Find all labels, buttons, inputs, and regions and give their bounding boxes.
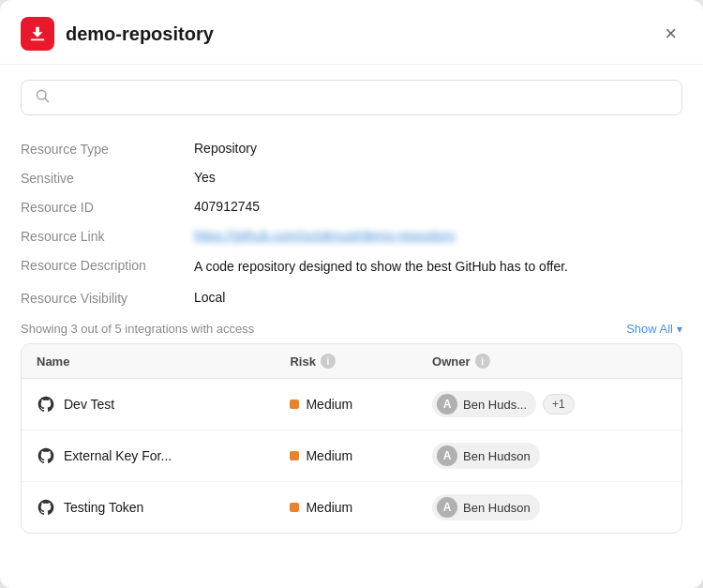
row1-owner-cell: A Ben Huds... +1: [417, 379, 681, 430]
modal-header: demo-repository ×: [0, 0, 703, 65]
row3-risk-cell: Medium: [275, 482, 417, 534]
header-left: demo-repository: [21, 17, 214, 51]
row1-risk-text: Medium: [306, 397, 352, 412]
row1-name: Dev Test: [37, 395, 260, 414]
row2-risk-text: Medium: [306, 448, 352, 463]
search-input-wrap: [21, 80, 682, 115]
show-all-label: Show All: [626, 322, 673, 336]
risk-dot-icon: [290, 503, 299, 512]
label-resource-id: Resource ID: [21, 199, 194, 215]
row3-owner-name: Ben Hudson: [463, 501, 531, 515]
row3-risk: Medium: [290, 500, 402, 515]
row3-risk-text: Medium: [306, 500, 352, 515]
label-resource-desc: Resource Description: [21, 257, 194, 273]
search-input[interactable]: [59, 90, 668, 106]
row3-avatar-chip: A Ben Hudson: [432, 494, 540, 520]
detail-row-sensitive: Sensitive Yes: [21, 163, 682, 192]
row3-name-cell: Testing Token: [22, 482, 275, 534]
value-sensitive: Yes: [194, 170, 682, 185]
row3-name: Testing Token: [37, 498, 260, 517]
svg-rect-0: [31, 39, 45, 41]
github-icon: [37, 395, 55, 414]
row2-name: External Key For...: [37, 446, 260, 465]
row1-owner-name: Ben Huds...: [463, 398, 527, 412]
integrations-count: Showing 3 out of 5 integrations with acc…: [21, 322, 254, 336]
row2-name-cell: External Key For...: [22, 430, 275, 482]
row1-risk-cell: Medium: [275, 379, 417, 430]
owner-info-icon[interactable]: i: [475, 354, 490, 369]
label-resource-link: Resource Link: [21, 228, 194, 244]
show-all-button[interactable]: Show All ▾: [626, 322, 682, 336]
integrations-table-wrap: Name Risk i Owner i: [21, 343, 682, 534]
github-icon: [37, 446, 55, 465]
row2-owner: A Ben Hudson: [432, 443, 666, 469]
col-header-name: Name: [22, 344, 275, 379]
integrations-header: Showing 3 out of 5 integrations with acc…: [0, 312, 703, 343]
row2-avatar: A: [437, 445, 457, 466]
value-resource-link[interactable]: https://github.com/octoknust/demo-reposi…: [194, 228, 682, 243]
row2-name-text: External Key For...: [64, 448, 172, 463]
github-icon: [37, 498, 55, 517]
label-sensitive: Sensitive: [21, 170, 194, 186]
table-row: Dev Test Medium A Ben Huds..: [22, 379, 681, 430]
value-resource-id: 407912745: [194, 199, 682, 214]
details-section: Resource Type Repository Sensitive Yes R…: [0, 125, 703, 312]
row2-avatar-chip: A Ben Hudson: [432, 443, 540, 469]
risk-dot-icon: [290, 400, 299, 409]
search-bar: [21, 80, 682, 115]
label-resource-type: Resource Type: [21, 141, 194, 157]
risk-dot-icon: [290, 451, 299, 460]
detail-row-type: Resource Type Repository: [21, 134, 682, 163]
row3-name-text: Testing Token: [64, 500, 143, 515]
row1-avatar: A: [437, 394, 457, 415]
table-header-row: Name Risk i Owner i: [22, 344, 681, 379]
search-icon: [35, 88, 50, 107]
modal-title: demo-repository: [66, 23, 214, 45]
row2-risk: Medium: [290, 448, 402, 463]
chevron-down-icon: ▾: [677, 323, 682, 336]
table-row: External Key For... Medium A: [22, 430, 681, 482]
row2-owner-cell: A Ben Hudson: [417, 430, 681, 482]
col-header-risk: Risk i: [275, 344, 417, 379]
col-name-label: Name: [37, 354, 69, 369]
row3-owner-cell: A Ben Hudson: [417, 482, 681, 534]
value-resource-type: Repository: [194, 141, 682, 156]
col-risk-label: Risk: [290, 354, 315, 369]
modal-container: demo-repository × Resource Type Reposito…: [0, 0, 703, 588]
detail-row-visibility: Resource Visibility Local: [21, 283, 682, 312]
table-row: Testing Token Medium A Ben H: [22, 482, 681, 534]
col-owner-label: Owner: [432, 354, 470, 369]
row3-owner: A Ben Hudson: [432, 494, 666, 520]
row1-owner: A Ben Huds... +1: [432, 391, 666, 417]
value-resource-visibility: Local: [194, 290, 682, 305]
row2-owner-name: Ben Hudson: [463, 449, 531, 463]
integrations-table: Name Risk i Owner i: [22, 344, 681, 533]
detail-row-link: Resource Link https://github.com/octoknu…: [21, 221, 682, 250]
row2-risk-cell: Medium: [275, 430, 417, 482]
detail-row-id: Resource ID 407912745: [21, 192, 682, 221]
row1-name-text: Dev Test: [64, 397, 114, 412]
row1-plus-badge: +1: [543, 394, 575, 415]
risk-info-icon[interactable]: i: [321, 354, 336, 369]
row3-avatar: A: [437, 497, 457, 518]
detail-row-desc: Resource Description A code repository d…: [21, 250, 682, 283]
row1-name-cell: Dev Test: [22, 379, 275, 430]
row1-risk: Medium: [290, 397, 402, 412]
value-resource-desc: A code repository designed to show the b…: [194, 257, 682, 277]
row1-avatar-chip: A Ben Huds...: [432, 391, 536, 417]
label-resource-visibility: Resource Visibility: [21, 290, 194, 306]
col-header-owner: Owner i: [417, 344, 681, 379]
svg-line-2: [45, 98, 49, 102]
app-icon: [21, 17, 54, 51]
download-icon: [27, 23, 48, 44]
close-button[interactable]: ×: [659, 22, 682, 46]
